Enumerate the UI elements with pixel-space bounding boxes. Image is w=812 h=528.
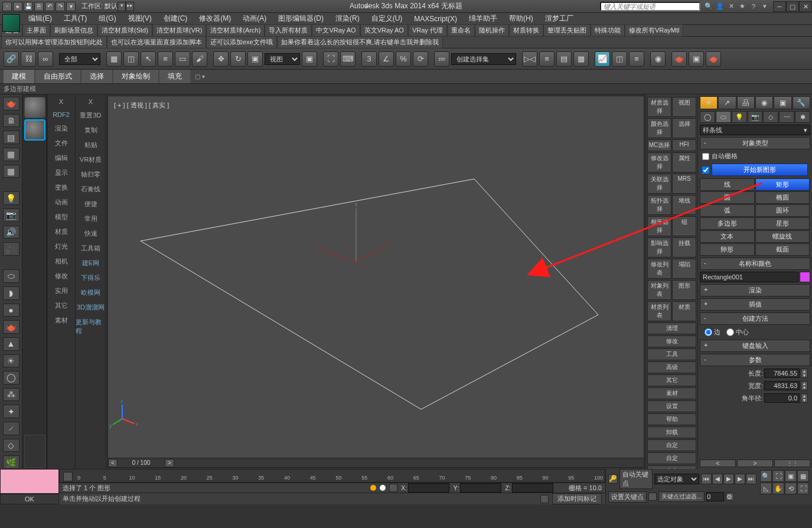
category-item[interactable]: 渲染 xyxy=(55,124,68,133)
zoom-all-icon[interactable]: ⛶ xyxy=(772,470,784,482)
zoom-extents-icon[interactable]: ▣ xyxy=(785,470,797,482)
action-item[interactable]: 复制 xyxy=(84,126,97,135)
align-icon[interactable]: ≡ xyxy=(539,51,555,67)
shape-button[interactable]: 矩形 xyxy=(755,178,810,191)
rg-button[interactable]: 组 xyxy=(672,216,696,236)
menu-item[interactable]: 渲染(R) xyxy=(330,14,366,24)
signin-icon[interactable]: 👤 xyxy=(715,2,725,11)
shape-button[interactable]: 圆 xyxy=(700,191,755,204)
rg-button[interactable]: 对象列表 xyxy=(647,280,671,300)
maximize-viewport-icon[interactable]: ⛶ xyxy=(797,483,809,494)
fov-icon[interactable]: ◺ xyxy=(760,483,772,494)
obj-preview-2[interactable] xyxy=(24,119,45,141)
rollout-render[interactable]: +渲染 xyxy=(700,284,810,296)
panel-nav-grip[interactable]: ⋮⋮ xyxy=(774,459,810,467)
rg-button[interactable]: MRS xyxy=(672,174,696,194)
camera-icon[interactable]: 📷 xyxy=(3,208,19,222)
select-window-icon[interactable]: ◫ xyxy=(123,51,139,67)
coord-z[interactable] xyxy=(512,483,553,493)
maximize-button[interactable]: ▢ xyxy=(786,1,799,12)
scroll-left[interactable]: < xyxy=(108,459,118,467)
length-spinner[interactable]: ▴▾ xyxy=(801,369,808,378)
setkey-button[interactable]: 设置关键点 xyxy=(608,491,647,503)
category-item[interactable]: RDF2 xyxy=(53,111,70,118)
startnew-checkbox[interactable] xyxy=(702,167,709,174)
curve-editor-icon[interactable]: 📈 xyxy=(595,51,610,67)
script-button[interactable]: 清空材质球(Arch) xyxy=(206,24,265,37)
rotate-icon[interactable]: ↻ xyxy=(230,51,246,67)
timeline-config-icon[interactable] xyxy=(63,472,73,481)
link-item[interactable]: 建E网 xyxy=(82,259,99,268)
bind-icon[interactable]: ∞ xyxy=(38,51,53,67)
plus-icon[interactable]: ▾ xyxy=(66,2,76,11)
app-logo[interactable] xyxy=(2,14,20,32)
rg-button[interactable]: 修改 xyxy=(647,335,696,347)
menu-item[interactable]: 修改器(M) xyxy=(193,14,237,24)
dope-icon[interactable]: ≡ xyxy=(629,51,644,67)
script-icon[interactable] xyxy=(540,495,549,503)
tab-populate[interactable]: 填充 xyxy=(159,70,190,83)
play-icon[interactable]: ▶ xyxy=(723,474,734,484)
menu-item[interactable]: 工具(T) xyxy=(58,14,93,24)
rg-button[interactable]: 材质选择 xyxy=(647,97,671,117)
script-button[interactable]: 中文VRay AO xyxy=(312,24,360,37)
action-item[interactable]: 便捷 xyxy=(84,200,97,208)
unlink-icon[interactable]: ⛓ xyxy=(21,51,36,67)
menu-item[interactable]: 创建(C) xyxy=(158,14,194,24)
editnamedsel-icon[interactable]: ≔ xyxy=(434,51,449,67)
action-item[interactable]: VR材质 xyxy=(80,155,102,164)
pivot-icon[interactable]: ▣ xyxy=(302,51,317,67)
action-item[interactable]: 工具箱 xyxy=(81,244,100,253)
cylinder-icon[interactable]: ⬭ xyxy=(3,269,19,283)
goto-start-icon[interactable]: ⏮ xyxy=(701,474,712,484)
rollout-method[interactable]: -创建方法 xyxy=(700,312,810,325)
object-name-input[interactable] xyxy=(700,272,798,282)
script-button[interactable]: 清空材质球(VR) xyxy=(152,24,207,37)
grid-icon[interactable]: ▦ xyxy=(3,165,19,178)
menu-item[interactable]: 帮助(H) xyxy=(503,14,539,24)
shape-button[interactable]: 圆环 xyxy=(755,204,810,217)
tab-motion[interactable]: ◉ xyxy=(755,96,773,109)
current-color[interactable] xyxy=(0,469,59,494)
particle2-icon[interactable]: ✦ xyxy=(3,405,19,418)
undo-icon[interactable]: ↶ xyxy=(45,2,54,11)
x-icon[interactable]: ✕ xyxy=(726,2,736,11)
category-item[interactable]: 实用 xyxy=(55,286,68,295)
rg-button[interactable]: 清理 xyxy=(647,322,696,334)
calendar-icon[interactable]: ▦ xyxy=(3,148,19,161)
tab-paint[interactable]: 对象绘制 xyxy=(113,70,158,83)
rg-button[interactable]: 材质 xyxy=(672,301,696,321)
tab-create[interactable]: ✳ xyxy=(700,96,718,109)
script-button[interactable]: 刷新场景信息 xyxy=(50,24,97,37)
width-spinner[interactable]: ▴▾ xyxy=(801,381,808,390)
script-button[interactable]: 特殊功能 xyxy=(591,24,625,37)
coord-y[interactable] xyxy=(460,483,501,493)
rg-button[interactable]: 高级 xyxy=(647,361,696,373)
category-item[interactable]: 其它 xyxy=(55,301,68,310)
material-icon[interactable]: ◉ xyxy=(650,51,666,67)
sub-lights[interactable]: 💡 xyxy=(732,111,747,123)
rg-button[interactable]: 挂载 xyxy=(672,237,696,258)
method-edge-radio[interactable] xyxy=(705,328,712,336)
script-button[interactable]: VRay 代理 xyxy=(408,24,447,37)
shape-button[interactable]: 多边形 xyxy=(700,217,755,230)
autokey-button[interactable]: 自动关键点 xyxy=(619,469,653,489)
paint-select-icon[interactable]: 🖌 xyxy=(192,51,207,67)
category-item[interactable]: 修改 xyxy=(55,272,68,281)
shape-button[interactable]: 截面 xyxy=(755,243,810,256)
rg-button[interactable]: 卸载 xyxy=(647,426,696,438)
script-button[interactable]: 修改所有VRayMtl xyxy=(625,24,684,37)
dot2-icon[interactable] xyxy=(380,485,386,491)
save-icon[interactable]: 💾 xyxy=(24,2,33,11)
length-input[interactable] xyxy=(764,369,800,378)
help-icon[interactable]: ? xyxy=(749,2,758,11)
teapot-icon[interactable]: 🫖 xyxy=(3,97,19,110)
new-icon[interactable]: ▫ xyxy=(2,2,12,11)
goto-end-icon[interactable]: ⏭ xyxy=(746,474,756,484)
zoom-icon[interactable]: 🔍 xyxy=(760,470,772,482)
category-item[interactable]: 灯光 xyxy=(55,242,68,251)
script-button[interactable]: 英文VRay AO xyxy=(360,24,408,37)
render-frame-icon[interactable]: ▣ xyxy=(689,51,704,67)
rg-button[interactable]: 图形 xyxy=(672,280,696,300)
teapot2-icon[interactable]: 🫖 xyxy=(3,320,19,334)
